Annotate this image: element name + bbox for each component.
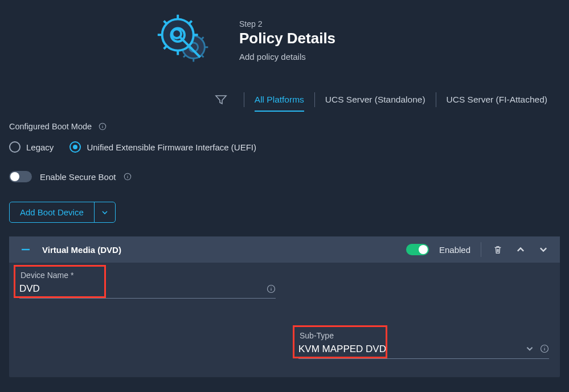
- svg-line-6: [202, 37, 204, 39]
- radio-uefi[interactable]: Unified Extensible Firmware Interface (U…: [69, 141, 256, 153]
- device-subtype-select[interactable]: KVM MAPPED DVD: [298, 342, 549, 359]
- filter-icon[interactable]: [214, 93, 228, 107]
- platform-tab-bar: All Platforms UCS Server (Standalone) UC…: [0, 72, 569, 112]
- step-label: Step 2: [239, 19, 335, 28]
- chevron-down-icon[interactable]: [94, 202, 115, 222]
- boot-mode-radio-group: Legacy Unified Extensible Firmware Inter…: [9, 141, 560, 153]
- toggle-knob: [419, 245, 428, 254]
- wizard-text: Step 2 Policy Details Add policy details: [239, 19, 335, 62]
- radio-legacy[interactable]: Legacy: [9, 141, 54, 153]
- device-title: Virtual Media (DVD): [42, 245, 406, 255]
- svg-point-27: [128, 175, 128, 175]
- info-icon[interactable]: [124, 173, 132, 181]
- tab-ucs-standalone[interactable]: UCS Server (Standalone): [314, 92, 436, 107]
- device-enabled-label: Enabled: [439, 245, 470, 255]
- svg-point-24: [103, 125, 103, 125]
- device-name-label: Device Name *: [19, 267, 276, 282]
- info-icon[interactable]: [540, 344, 549, 355]
- policy-gear-icon: [148, 9, 221, 72]
- device-header-actions: Enabled: [406, 242, 550, 257]
- device-name-field: Device Name *: [19, 267, 276, 359]
- device-name-input[interactable]: [19, 283, 267, 295]
- page-title: Policy Details: [239, 30, 335, 47]
- collapse-icon[interactable]: [19, 243, 32, 256]
- device-card-header: Virtual Media (DVD) Enabled: [9, 236, 560, 263]
- separator: [481, 242, 481, 257]
- boot-mode-title: Configured Boot Mode: [9, 122, 92, 131]
- radio-uefi-label: Unified Extensible Firmware Interface (U…: [87, 142, 256, 152]
- secure-boot-toggle[interactable]: [9, 171, 32, 182]
- toggle-knob: [10, 172, 19, 181]
- radio-bullet: [9, 141, 21, 153]
- add-boot-device-button[interactable]: Add Boot Device: [9, 202, 116, 223]
- wizard-header: Step 2 Policy Details Add policy details: [0, 0, 569, 72]
- radio-bullet: [69, 141, 81, 153]
- device-enabled-toggle[interactable]: [406, 244, 429, 255]
- boot-device-card: Virtual Media (DVD) Enabled: [9, 236, 560, 377]
- svg-line-16: [189, 21, 192, 24]
- svg-line-17: [164, 46, 167, 49]
- secure-boot-row: Enable Secure Boot: [9, 171, 560, 182]
- info-icon[interactable]: [99, 122, 107, 130]
- svg-line-7: [183, 55, 186, 58]
- info-icon[interactable]: [267, 284, 276, 293]
- device-subtype-value: KVM MAPPED DVD: [298, 344, 525, 355]
- tab-all-platforms[interactable]: All Platforms: [244, 92, 314, 107]
- page-subtitle: Add policy details: [239, 52, 335, 62]
- svg-point-21: [172, 29, 181, 38]
- chevron-down-icon[interactable]: [537, 243, 550, 256]
- chevron-up-icon[interactable]: [514, 243, 527, 256]
- radio-legacy-label: Legacy: [26, 142, 54, 152]
- secure-boot-label: Enable Secure Boot: [40, 172, 116, 182]
- tab-ucs-fi-attached[interactable]: UCS Server (FI-Attached): [436, 92, 558, 107]
- add-boot-device-label: Add Boot Device: [10, 202, 94, 222]
- boot-mode-section: Configured Boot Mode Legacy Unified Exte…: [0, 112, 569, 377]
- svg-line-19: [164, 21, 167, 24]
- device-card-body: Device Name * Sub-Type KVM MAPPED DVD: [9, 263, 560, 377]
- chevron-down-icon: [525, 344, 534, 355]
- trash-icon[interactable]: [492, 243, 504, 256]
- svg-line-8: [202, 55, 204, 58]
- svg-point-33: [271, 287, 271, 287]
- svg-point-36: [544, 346, 545, 347]
- device-subtype-field: Sub-Type KVM MAPPED DVD: [298, 328, 549, 359]
- device-subtype-label: Sub-Type: [298, 328, 549, 342]
